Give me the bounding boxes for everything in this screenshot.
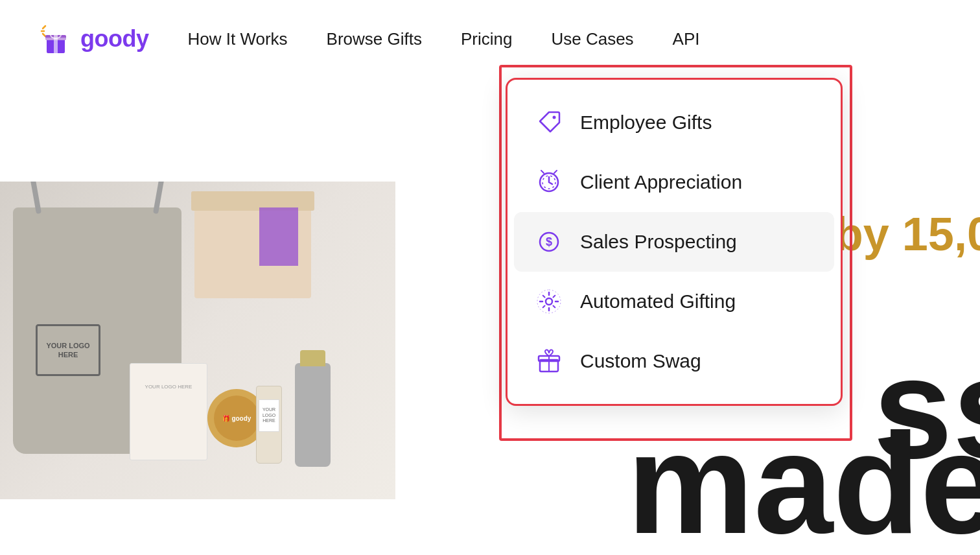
nav-api[interactable]: API xyxy=(673,29,700,49)
coaster-logo: 🎁 goody xyxy=(222,415,251,422)
gift-box-ribbon xyxy=(259,207,298,266)
notebook: YOUR LOGO HERE xyxy=(130,363,207,460)
notebook-text: YOUR LOGO HERE xyxy=(137,383,200,390)
logo-icon xyxy=(39,22,73,56)
svg-line-0 xyxy=(43,26,45,29)
water-bottle xyxy=(295,363,331,467)
coaster-inner: 🎁 goody xyxy=(214,396,259,441)
nav-use-cases[interactable]: Use Cases xyxy=(551,29,633,49)
dropdown-label-sales-prospecting: Sales Prospecting xyxy=(580,231,737,253)
bottle-cap xyxy=(300,350,325,366)
dropdown-label-client-appreciation: Client Appreciation xyxy=(580,171,742,193)
bottle-label: YOUR LOGO HERE xyxy=(259,399,279,432)
bottle-small: YOUR LOGO HERE xyxy=(256,386,282,464)
dropdown-item-automated-gifting[interactable]: Automated Gifting xyxy=(514,272,834,331)
svg-point-8 xyxy=(553,116,556,119)
dropdown-item-sales-prospecting[interactable]: $ Sales Prospecting xyxy=(514,212,834,272)
logo[interactable]: goody xyxy=(39,22,148,56)
gift-icon xyxy=(533,346,565,377)
settings-icon xyxy=(533,286,565,317)
clock-icon xyxy=(533,167,565,198)
nav-how-it-works[interactable]: How It Works xyxy=(187,29,287,49)
dropdown-item-custom-swag[interactable]: Custom Swag xyxy=(514,331,834,391)
nav-pricing[interactable]: Pricing xyxy=(461,29,512,49)
hero-image: YOUR LOGO HERE YOUR LOGO HERE 🎁 goody YO… xyxy=(0,182,395,499)
logo-placeholder: YOUR LOGO HERE xyxy=(36,324,100,376)
tag-icon xyxy=(533,107,565,138)
header: goody How It Works Browse Gifts Pricing … xyxy=(0,0,980,78)
use-cases-dropdown: Employee Gifts Client Appreciation $ xyxy=(506,78,843,406)
nav-browse-gifts[interactable]: Browse Gifts xyxy=(327,29,422,49)
dropdown-item-employee-gifts[interactable]: Employee Gifts xyxy=(514,93,834,152)
dropdown-label-custom-swag: Custom Swag xyxy=(580,350,701,372)
dropdown-label-employee-gifts: Employee Gifts xyxy=(580,112,712,134)
dollar-circle-icon: $ xyxy=(533,226,565,257)
background-large-made: made xyxy=(627,412,980,555)
svg-line-2 xyxy=(43,34,45,36)
nav: How It Works Browse Gifts Pricing Use Ca… xyxy=(187,29,699,49)
dropdown-label-automated-gifting: Automated Gifting xyxy=(580,290,736,313)
gift-box xyxy=(194,201,311,298)
svg-point-13 xyxy=(546,298,552,305)
main-area: YOUR LOGO HERE YOUR LOGO HERE 🎁 goody YO… xyxy=(0,78,980,555)
svg-text:$: $ xyxy=(546,235,552,248)
logo-text: goody xyxy=(80,25,148,53)
swag-illustration: YOUR LOGO HERE YOUR LOGO HERE 🎁 goody YO… xyxy=(0,182,395,499)
trusted-text: by 15,00 xyxy=(835,207,980,261)
dropdown-item-client-appreciation[interactable]: Client Appreciation xyxy=(514,152,834,212)
